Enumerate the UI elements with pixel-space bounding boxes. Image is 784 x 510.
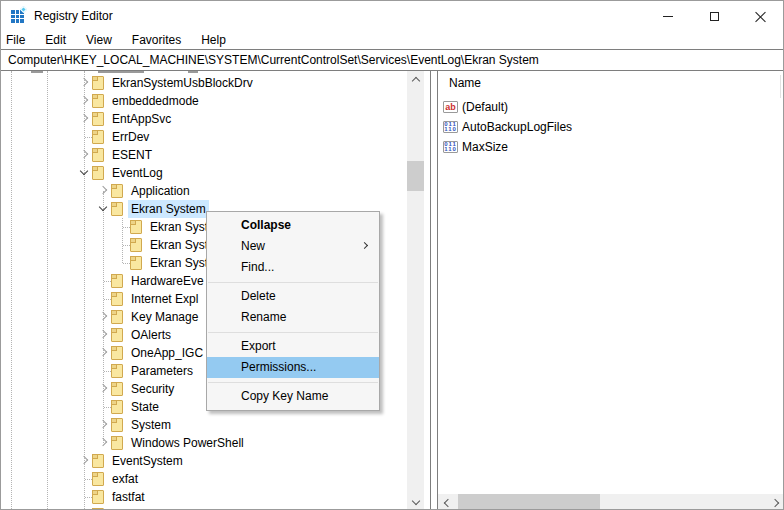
chevron-left-icon — [444, 498, 452, 506]
registry-key-icon — [111, 202, 123, 216]
chevron-right-icon[interactable] — [99, 186, 107, 194]
chevron-right-icon[interactable] — [80, 114, 88, 122]
tree-item-label[interactable]: EntAppSvc — [109, 110, 174, 128]
registry-key-icon — [111, 274, 123, 288]
tree-item-label[interactable]: Internet Expl — [128, 290, 201, 308]
chevron-right-icon[interactable] — [80, 96, 88, 104]
context-menu-item-rename[interactable]: Rename — [207, 307, 379, 328]
value-name-label[interactable]: AutoBackupLogFiles — [462, 117, 572, 137]
tree-item-errdev[interactable]: ErrDev — [1, 128, 405, 146]
tree-item-ekransystemusbblockdrv[interactable]: EkranSystemUsbBlockDrv — [1, 74, 405, 92]
close-button[interactable] — [737, 1, 783, 31]
registry-key-icon — [111, 310, 123, 324]
tree-item-label[interactable]: Parameters — [128, 362, 196, 380]
chevron-right-icon[interactable] — [80, 150, 88, 158]
tree-item-system[interactable]: System — [1, 416, 405, 434]
scroll-down-button[interactable] — [407, 494, 424, 510]
value-row--default-[interactable]: ab(Default) — [438, 97, 768, 117]
tree-item-entappsvc[interactable]: EntAppSvc — [1, 110, 405, 128]
menu-bar-item-favorites[interactable]: Favorites — [122, 31, 191, 49]
scroll-right-button[interactable] — [768, 494, 784, 510]
value-name-label[interactable]: MaxSize — [462, 137, 508, 157]
column-header-name[interactable]: Name — [447, 73, 483, 93]
chevron-right-icon[interactable] — [99, 330, 107, 338]
registry-key-icon — [111, 436, 123, 450]
menu-bar-item-help[interactable]: Help — [191, 31, 236, 49]
chevron-right-icon[interactable] — [80, 456, 88, 464]
tree-item-label[interactable]: EventLog — [109, 164, 166, 182]
context-menu-item-new[interactable]: New — [207, 236, 379, 257]
context-menu-item-copy-key-name[interactable]: Copy Key Name — [207, 386, 379, 407]
tree-item-label[interactable]: EkranSystemUsbBlockDrv — [109, 74, 256, 92]
tree-item-label[interactable]: State — [128, 398, 162, 416]
tree-item-esent[interactable]: ESENT — [1, 146, 405, 164]
tree-item-label[interactable]: Ekran Syst — [147, 218, 211, 236]
tree-connector — [85, 497, 92, 498]
menu-bar-item-view[interactable]: View — [76, 31, 122, 49]
maximize-button[interactable] — [691, 1, 737, 31]
tree-item-label[interactable]: System — [128, 416, 174, 434]
tree-item-label[interactable]: Windows PowerShell — [128, 434, 247, 452]
scrollbar-thumb[interactable] — [458, 494, 600, 510]
tree-item-label[interactable]: ESENT — [109, 146, 155, 164]
chevron-right-icon[interactable] — [99, 312, 107, 320]
tree-item-eventlog[interactable]: EventLog — [1, 164, 405, 182]
context-menu-item-find[interactable]: Find... — [207, 257, 379, 278]
tree-item-label[interactable]: EventSystem — [109, 452, 186, 470]
tree-item-embeddedmode[interactable]: embeddedmode — [1, 92, 405, 110]
tree-item-label[interactable]: exfat — [109, 470, 141, 488]
scroll-up-button[interactable] — [407, 71, 424, 88]
column-divider[interactable] — [780, 75, 781, 98]
context-menu-item-collapse[interactable]: Collapse — [207, 215, 379, 236]
chevron-right-icon[interactable] — [99, 420, 107, 428]
registry-key-icon — [111, 382, 123, 396]
context-menu-item-export[interactable]: Export — [207, 336, 379, 357]
registry-key-icon — [92, 112, 104, 126]
context-menu: CollapseNewFind...DeleteRenameExportPerm… — [206, 211, 380, 411]
tree-item-partial[interactable] — [1, 506, 405, 510]
chevron-down-icon[interactable] — [99, 203, 107, 211]
menu-bar-item-file[interactable]: File — [1, 31, 35, 49]
tree-item-label[interactable]: fastfat — [109, 488, 148, 506]
tree-item-label[interactable]: OAlerts — [128, 326, 174, 344]
context-menu-item-permissions[interactable]: Permissions... — [207, 357, 379, 378]
chevron-right-icon[interactable] — [99, 384, 107, 392]
menu-separator — [207, 378, 379, 386]
menu-bar-item-edit[interactable]: Edit — [35, 31, 76, 49]
tree-item-eventsystem[interactable]: EventSystem — [1, 452, 405, 470]
tree-item-label[interactable]: Security — [128, 380, 177, 398]
scroll-left-button[interactable] — [438, 494, 455, 510]
address-input[interactable] — [1, 50, 783, 70]
minimize-button[interactable] — [645, 1, 691, 31]
submenu-arrow-icon — [361, 242, 368, 249]
tree-item-label[interactable]: Ekran Syst — [147, 236, 211, 254]
value-row-autobackuplogfiles[interactable]: 011110AutoBackupLogFiles — [438, 117, 768, 137]
context-menu-item-delete[interactable]: Delete — [207, 286, 379, 307]
tree-item-label[interactable]: HardwareEve — [128, 272, 207, 290]
registry-key-icon — [92, 490, 104, 504]
tree-item-label[interactable]: Application — [128, 182, 193, 200]
window-body: EkranSystemUsbBlockDrvembeddedmodeEntApp… — [1, 71, 783, 510]
address-bar — [1, 49, 783, 71]
chevron-right-icon[interactable] — [99, 438, 107, 446]
tree-item-exfat[interactable]: exfat — [1, 470, 405, 488]
values-horizontal-scrollbar[interactable] — [438, 494, 784, 510]
registry-key-icon — [92, 148, 104, 162]
tree-item-label[interactable]: Key Manage — [128, 308, 201, 326]
chevron-right-icon[interactable] — [99, 348, 107, 356]
tree-item-label[interactable]: Ekran System — [128, 200, 209, 218]
tree-item-label[interactable]: Ekran Syst — [147, 254, 211, 272]
tree-item-label[interactable]: OneApp_IGC — [128, 344, 206, 362]
menu-bar: FileEditViewFavoritesHelp — [1, 31, 783, 49]
chevron-right-icon[interactable] — [80, 78, 88, 86]
value-name-label[interactable]: (Default) — [462, 97, 508, 117]
scrollbar-thumb[interactable] — [407, 161, 424, 191]
tree-vertical-scrollbar[interactable] — [407, 71, 424, 510]
tree-item-label[interactable]: embeddedmode — [109, 92, 202, 110]
tree-item-windows-powershell[interactable]: Windows PowerShell — [1, 434, 405, 452]
chevron-down-icon[interactable] — [80, 167, 88, 175]
tree-item-label[interactable]: ErrDev — [109, 128, 152, 146]
tree-item-fastfat[interactable]: fastfat — [1, 488, 405, 506]
value-row-maxsize[interactable]: 011110MaxSize — [438, 137, 768, 157]
tree-item-application[interactable]: Application — [1, 182, 405, 200]
